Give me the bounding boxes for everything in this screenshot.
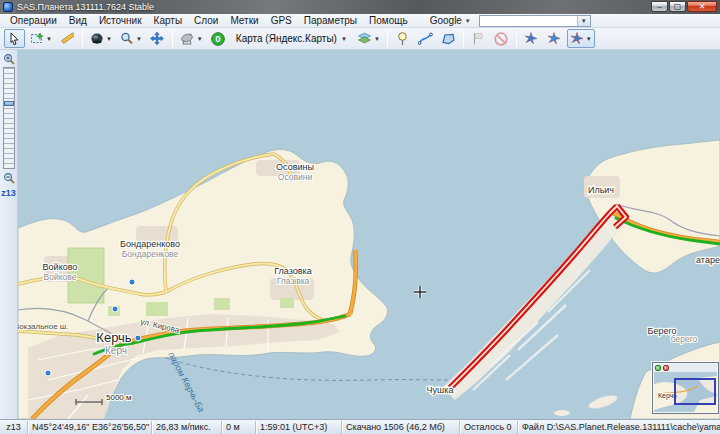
status-time: 1:59:01 (UTC+3) [256, 421, 342, 434]
block-download-button[interactable] [491, 29, 512, 48]
minimize-button[interactable]: – [651, 1, 668, 12]
toolbar-separator [463, 31, 464, 47]
downloads-zero-button[interactable]: 0 [208, 29, 229, 48]
download-manager-button[interactable]: ▼ [177, 29, 206, 48]
gps-plane-icon [524, 32, 538, 45]
globe-tool-button[interactable]: ▼ [87, 29, 115, 48]
search-input[interactable] [480, 16, 577, 26]
polygon-icon [441, 32, 456, 45]
label-voykovo-ua: Войкове [44, 272, 77, 282]
green-zero-icon: 0 [211, 32, 225, 46]
status-bar: z13 N45°24'49,16" E36°26'56,50" 26,83 м/… [0, 419, 720, 434]
menu-placemarks[interactable]: Метки [224, 14, 264, 27]
selection-tool-button[interactable]: ▼ [27, 29, 55, 48]
status-coordinates: N45°24'49,16" E36°26'56,50" [28, 421, 152, 434]
satellite-dish-icon [180, 32, 195, 45]
label-glazovka-ua: Глазівка [277, 276, 310, 286]
maximize-button[interactable]: ▢ [669, 1, 686, 12]
label-beregovoye-ua: берего [671, 334, 698, 344]
label-bondarenkovo-ru: Бондаренково [120, 239, 180, 249]
magnifier-icon [120, 32, 134, 45]
cursor-tool-button[interactable] [4, 29, 25, 48]
zoom-panel: z13 [0, 50, 18, 419]
status-distance: 0 м [222, 421, 256, 434]
status-tile-file: Файл D:\SAS.Planet.Release.131111\cache\… [518, 421, 720, 434]
path-add-button[interactable] [415, 29, 436, 48]
window-title: SAS.Планета 131111.7624 Stable [17, 2, 154, 12]
ruler-icon [61, 32, 74, 45]
zoom-slider[interactable] [3, 67, 15, 169]
menu-gps[interactable]: GPS [265, 14, 298, 27]
polygon-add-button[interactable] [438, 29, 459, 48]
zoom-slider-thumb[interactable] [4, 101, 14, 106]
minimap-toolbar [654, 364, 717, 372]
title-bar: SAS.Планета 131111.7624 Stable – ▢ ✕ [0, 0, 720, 14]
label-osoviny-ua: Осовини [278, 172, 313, 182]
google-search-label: Google [430, 15, 462, 26]
chevron-down-icon: ▼ [465, 17, 471, 23]
menu-layers[interactable]: Слои [188, 14, 224, 27]
scale-label: 5000 м [106, 393, 132, 402]
main-toolbar: ▼ ▼ ▼ ▼ 0 Карта (Яндекс.Карты) ▼ [0, 28, 720, 50]
placemark-add-button[interactable] [392, 29, 413, 48]
status-resolution: 26,83 м/пикс. [152, 421, 222, 434]
gps-marker-button-2[interactable] [544, 29, 565, 48]
menu-maps[interactable]: Карты [148, 14, 189, 27]
chevron-down-icon: ▼ [197, 36, 203, 42]
label-vokzalnoe-street: Вокзальное ш. [18, 322, 69, 331]
zoom-out-icon[interactable] [3, 172, 15, 184]
menu-source[interactable]: Источник [93, 14, 148, 27]
gps-marker-button-3[interactable]: ▼ [567, 29, 595, 48]
label-glazovka-ru: Глазовка [274, 266, 311, 276]
sas-planet-window: SAS.Планета 131111.7624 Stable – ▢ ✕ Опе… [0, 0, 720, 434]
map-type-label: Карта (Яндекс.Карты) [236, 33, 337, 44]
pan-fullscreen-button[interactable] [147, 29, 168, 48]
minimap-viewport-rect[interactable] [675, 379, 715, 404]
search-combobox[interactable]: ▼ [479, 15, 591, 27]
zoom-level-label: z13 [0, 188, 17, 198]
app-icon [3, 2, 13, 12]
flag-button[interactable] [468, 29, 489, 48]
chevron-down-icon: ▼ [374, 36, 380, 42]
google-search-menu[interactable]: Google ▼ [424, 14, 477, 28]
chevron-down-icon: ▼ [46, 36, 52, 42]
zoom-in-icon[interactable] [3, 53, 15, 65]
layers-button[interactable]: ▼ [354, 29, 383, 48]
minimap-zoom-plus-icon[interactable] [655, 365, 661, 371]
minimap-zoom-minus-icon[interactable] [663, 365, 669, 371]
minimap[interactable]: Керчь [652, 362, 719, 414]
map-type-selector[interactable]: Карта (Яндекс.Карты) ▼ [231, 29, 352, 48]
search-dropdown-button[interactable]: ▼ [577, 16, 590, 26]
zoom-tool-button[interactable]: ▼ [117, 29, 145, 48]
selection-rect-icon [30, 32, 44, 45]
chevron-down-icon: ▼ [586, 36, 592, 42]
toolbar-separator [82, 31, 83, 47]
menu-operations[interactable]: Операции [4, 14, 63, 27]
menu-bar: Операции Вид Источник Карты Слои Метки G… [0, 14, 720, 28]
globe-icon [90, 32, 104, 45]
ruler-tool-button[interactable] [57, 29, 78, 48]
layers-icon [357, 32, 372, 45]
gps-marker-button-1[interactable] [521, 29, 542, 48]
gps-plane-icon [547, 32, 561, 45]
menu-view[interactable]: Вид [63, 14, 93, 27]
minimap-canvas: Керчь [654, 372, 717, 412]
island [554, 410, 570, 416]
move-cross-icon [150, 32, 164, 45]
chevron-down-icon: ▼ [136, 36, 142, 42]
close-button[interactable]: ✕ [687, 1, 717, 12]
label-kerch-ru: Керчь [96, 330, 132, 345]
status-downloaded: Скачано 1506 (46,2 Мб) [342, 421, 460, 434]
menu-settings[interactable]: Параметры [298, 14, 363, 27]
label-kerch-ua: Керч [105, 345, 127, 356]
map-canvas: 5000 м Осовины Осовини Бондаренково Бонд… [18, 50, 720, 419]
status-remaining: Осталось 0 [460, 421, 518, 434]
polyline-icon [418, 32, 433, 45]
label-osoviny-ru: Осовины [276, 162, 314, 172]
label-voykovo-ru: Войково [43, 262, 78, 272]
chevron-down-icon: ▼ [106, 36, 112, 42]
label-ilyich: Ильич [588, 185, 614, 195]
menu-help[interactable]: Помощь [363, 14, 414, 27]
gps-plane-icon [570, 32, 584, 45]
map-viewport[interactable]: 5000 м Осовины Осовини Бондаренково Бонд… [18, 50, 720, 419]
